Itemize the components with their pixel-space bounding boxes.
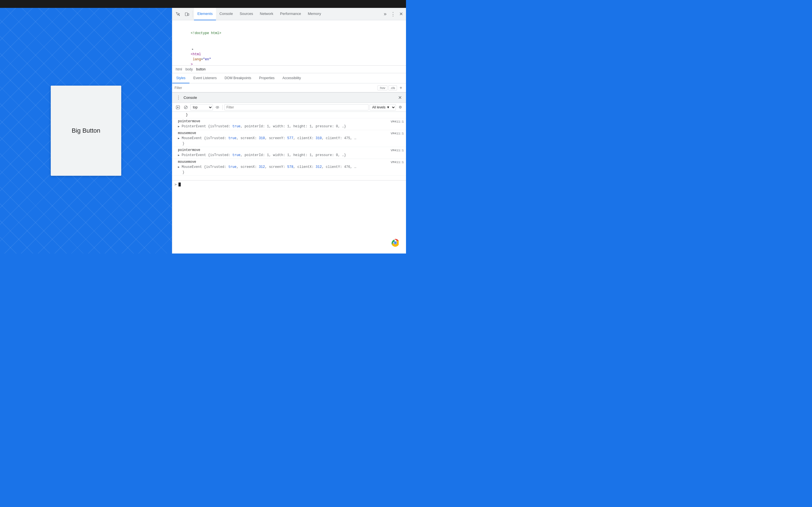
tab-console[interactable]: Console — [216, 8, 236, 20]
svg-rect-0 — [185, 13, 188, 16]
console-header: ⋮ Console ✕ — [172, 93, 406, 103]
html-line-html[interactable]: <html lang="en" > — [172, 41, 406, 65]
tab-sources[interactable]: Sources — [236, 8, 257, 20]
big-button[interactable]: Big Button — [71, 127, 100, 134]
expand-mouse-2[interactable]: ▶ — [178, 166, 180, 169]
console-menu-button[interactable]: ⋮ — [174, 94, 183, 102]
console-toolbar: top All levels ▼ ⚙ — [172, 103, 406, 112]
page-card: Big Button — [51, 86, 121, 176]
sub-tab-properties[interactable]: Properties — [255, 73, 278, 83]
eye-button[interactable] — [214, 104, 221, 111]
sub-tab-accessibility[interactable]: Accessibility — [278, 73, 305, 83]
filter-actions: :hov .cls + — [377, 85, 404, 91]
console-line-pointermove-1[interactable]: pointermove ▶ PointerEvent {isTrusted: t… — [172, 118, 406, 130]
console-prompt: > — [174, 182, 177, 186]
breadcrumb: html body button — [172, 65, 406, 73]
console-line-brace: } — [172, 112, 406, 118]
more-tabs-button[interactable]: » — [381, 10, 389, 18]
console-cursor — [179, 182, 181, 186]
tab-performance[interactable]: Performance — [276, 8, 304, 20]
filter-bar: :hov .cls + — [172, 83, 406, 93]
sub-tabs-bar: Styles Event Listeners DOM Breakpoints P… — [172, 73, 406, 83]
html-line-doctype[interactable]: <!doctype html> — [172, 20, 406, 41]
main-area: Big Button Elements — [0, 8, 406, 253]
console-title: Console — [184, 96, 197, 100]
breadcrumb-html[interactable]: html — [174, 67, 183, 72]
console-output: } pointermove ▶ PointerEvent {isTrusted:… — [172, 112, 406, 180]
console-filter-input[interactable] — [224, 104, 368, 110]
expand-mouse-1[interactable]: ▶ — [178, 137, 180, 140]
levels-select[interactable]: All levels ▼ — [370, 104, 396, 110]
elements-panel: <!doctype html> <html lang="en" > <head>… — [172, 20, 406, 65]
page-preview: Big Button — [0, 8, 172, 253]
sub-tab-styles[interactable]: Styles — [172, 73, 190, 83]
device-toggle-icon[interactable] — [183, 10, 192, 18]
toolbar-divider — [222, 105, 223, 110]
console-panel: ⋮ Console ✕ — [172, 93, 406, 188]
top-bar — [0, 0, 406, 8]
breadcrumb-button[interactable]: button — [195, 67, 207, 72]
console-line-mousemove-1[interactable]: mousemove ▶ MouseEvent {isTrusted: true,… — [172, 130, 406, 147]
tab-memory[interactable]: Memory — [305, 8, 324, 20]
svg-line-5 — [185, 106, 187, 108]
divider — [193, 11, 193, 17]
breadcrumb-body[interactable]: body — [185, 67, 194, 72]
hov-button[interactable]: :hov — [377, 86, 388, 91]
context-select[interactable]: top — [190, 104, 213, 110]
filter-input-wrap — [174, 86, 377, 90]
devtools-menu-button[interactable]: ⋮ — [389, 10, 397, 18]
triangle-html[interactable] — [191, 47, 195, 52]
console-close-button[interactable]: ✕ — [396, 94, 404, 102]
sub-tab-event-listeners[interactable]: Event Listeners — [190, 73, 221, 83]
add-style-rule-button[interactable]: + — [398, 85, 404, 91]
expand-pointer-2[interactable]: ▶ — [178, 154, 180, 157]
svg-marker-3 — [177, 107, 179, 108]
console-line-pointermove-2[interactable]: pointermove ▶ PointerEvent {isTrusted: t… — [172, 147, 406, 159]
console-input-area: > — [172, 180, 406, 188]
devtools-panel: Elements Console Sources Network Perform… — [172, 8, 406, 253]
ban-button[interactable] — [183, 104, 189, 111]
cls-button[interactable]: .cls — [389, 86, 397, 91]
console-line-mousemove-2[interactable]: mousemove ▶ MouseEvent {isTrusted: true,… — [172, 159, 406, 176]
chrome-logo — [390, 238, 400, 248]
expand-pointer-1[interactable]: ▶ — [178, 125, 180, 128]
filter-input[interactable] — [174, 86, 377, 90]
svg-rect-1 — [188, 13, 189, 15]
svg-point-7 — [217, 107, 218, 108]
play-button[interactable] — [174, 104, 181, 111]
sub-tab-dom-breakpoints[interactable]: DOM Breakpoints — [220, 73, 255, 83]
devtools-tabs-bar: Elements Console Sources Network Perform… — [172, 8, 406, 20]
devtools-close-button[interactable]: ✕ — [397, 10, 405, 18]
tab-elements[interactable]: Elements — [194, 8, 216, 20]
inspect-element-icon[interactable] — [173, 10, 183, 18]
console-settings-button[interactable]: ⚙ — [397, 104, 404, 111]
svg-point-11 — [394, 242, 396, 244]
tab-network[interactable]: Network — [257, 8, 277, 20]
